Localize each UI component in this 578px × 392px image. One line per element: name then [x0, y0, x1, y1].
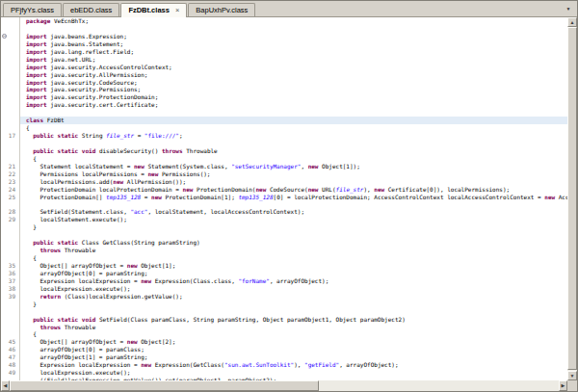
- code-text: [20, 231, 567, 239]
- line-number: 45: [1, 338, 20, 346]
- code-text: arrayOfObject[1] = paramString;: [20, 353, 567, 361]
- code-text: {: [20, 254, 567, 262]
- tab-bapuxhpv-class[interactable]: BapUxhPv.class: [188, 3, 255, 16]
- code-line: {: [1, 330, 567, 338]
- code-text: import java.security.AccessControlContex…: [20, 64, 567, 71]
- code-line: public static void SetField(Class paramC…: [1, 316, 567, 324]
- code-line: import java.security.cert.Certificate;: [1, 101, 567, 109]
- line-number: [1, 64, 20, 71]
- decompiler-window: PFjfyYs.classebEDD.classFzDBt.class×BapU…: [0, 0, 578, 392]
- line-number: [1, 201, 20, 209]
- code-line: 45 Object[] arrayOfObject = new Object[2…: [1, 338, 567, 346]
- code-text: return (Class)localExpression.getValue()…: [20, 293, 567, 301]
- line-number: 47: [1, 353, 20, 361]
- line-number: 35: [1, 262, 20, 270]
- horizontal-scrollbar[interactable]: ◀ ▶: [1, 380, 567, 391]
- code-text: Statement localStatement = new Statement…: [20, 163, 567, 170]
- line-number: [1, 124, 20, 132]
- code-line: import java.security.CodeSource;: [1, 79, 567, 87]
- code-line: import java.net.URL;: [1, 56, 567, 64]
- tab-list-dropdown-button[interactable]: ▼: [563, 4, 574, 14]
- code-line: throws Throwable: [1, 324, 567, 331]
- code-text: SetField(Statement.class, "acc", localSt…: [20, 208, 567, 216]
- code-text: [20, 25, 567, 33]
- code-text: public static void disableSecurity() thr…: [20, 147, 567, 155]
- code-text: arrayOfObject[0] = paramString;: [20, 270, 567, 277]
- code-text: [20, 109, 567, 117]
- tab-fzdbt-class[interactable]: FzDBt.class×: [120, 3, 187, 17]
- code-text: import java.beans.Statement;: [20, 40, 567, 48]
- code-line: package VeEcnBhTx;: [1, 17, 567, 25]
- code-text: {: [20, 155, 567, 163]
- code-line: throws Throwable: [1, 247, 567, 254]
- line-number: [1, 301, 20, 308]
- tab-ebedd-class[interactable]: ebEDD.class: [63, 3, 119, 16]
- code-line: {: [1, 254, 567, 262]
- code-text: localStatement.execute();: [20, 216, 567, 223]
- line-number: [1, 247, 20, 254]
- line-number: 21: [1, 163, 20, 170]
- vertical-scrollbar[interactable]: ▲ ▼: [567, 17, 577, 380]
- line-number: [1, 79, 20, 87]
- scroll-up-button[interactable]: ▲: [567, 17, 577, 27]
- line-number: [1, 324, 20, 331]
- code-line: [1, 308, 567, 316]
- line-number: [1, 155, 20, 163]
- scroll-right-button[interactable]: ▶: [559, 380, 567, 391]
- line-number: 28: [1, 208, 20, 216]
- scroll-left-button[interactable]: ◀: [1, 380, 10, 391]
- code-line-selected: class FzDBt: [1, 117, 567, 124]
- line-number: [1, 40, 20, 48]
- code-line: [1, 109, 567, 117]
- code-editor[interactable]: package VeEcnBhTx;−import java.beans.Exp…: [1, 17, 567, 380]
- code-line: public static Class GetClass(String para…: [1, 239, 567, 247]
- code-text: import java.net.URL;: [20, 56, 567, 64]
- code-text: public static String file_str = "file://…: [20, 132, 567, 140]
- code-line: }: [1, 223, 567, 231]
- line-number: 25: [1, 194, 20, 201]
- line-number: [1, 231, 20, 239]
- code-text: class FzDBt: [20, 117, 567, 124]
- line-number: 24: [1, 186, 20, 194]
- line-number: 29: [1, 216, 20, 223]
- line-number: [1, 254, 20, 262]
- scroll-up-icon: ▲: [568, 18, 576, 26]
- fold-collapse-icon[interactable]: −: [2, 34, 7, 39]
- code-text: [20, 308, 567, 316]
- line-number: [1, 101, 20, 109]
- line-number: [1, 93, 20, 101]
- code-text: localExpression.execute();: [20, 285, 567, 293]
- line-number: 46: [1, 346, 20, 353]
- line-number: [1, 117, 20, 124]
- code-text: Object[] arrayOfObject = new Object[1];: [20, 262, 567, 270]
- scroll-down-button[interactable]: ▼: [567, 371, 577, 380]
- code-line: 37 Expression localExpression = new Expr…: [1, 277, 567, 285]
- tab-label: FzDBt.class: [128, 6, 170, 14]
- scrollbar-corner: [567, 380, 577, 391]
- code-line: 46 arrayOfObject[0] = paramClass;: [1, 346, 567, 353]
- code-line: 38 localExpression.execute();: [1, 285, 567, 293]
- vertical-scroll-thumb[interactable]: [567, 27, 577, 370]
- tab-pfjfyys-class[interactable]: PFjfyYs.class: [3, 3, 62, 16]
- tab-close-icon[interactable]: ×: [175, 6, 179, 14]
- horizontal-scroll-thumb[interactable]: [10, 380, 319, 391]
- code-line: [1, 140, 567, 147]
- line-number: [1, 239, 20, 247]
- code-line: import java.security.AllPermission;: [1, 71, 567, 79]
- code-text: import java.lang.reflect.Field;: [20, 48, 567, 56]
- code-text: throws Throwable: [20, 247, 567, 254]
- code-line: {: [1, 155, 567, 163]
- line-number: [1, 25, 20, 33]
- line-number: −: [1, 33, 20, 40]
- line-number: [1, 109, 20, 117]
- code-text: {: [20, 330, 567, 338]
- tab-bar: PFjfyYs.classebEDD.classFzDBt.class×BapU…: [1, 1, 577, 17]
- line-number: [1, 223, 20, 231]
- code-line: public static void disableSecurity() thr…: [1, 147, 567, 155]
- line-number: 23: [1, 178, 20, 186]
- code-line: 22 Permissions localPermissions = new Pe…: [1, 170, 567, 178]
- line-number: [1, 147, 20, 155]
- code-text: [20, 140, 567, 147]
- line-number: 36: [1, 270, 20, 277]
- code-line: 48 Expression localExpression = new Expr…: [1, 361, 567, 369]
